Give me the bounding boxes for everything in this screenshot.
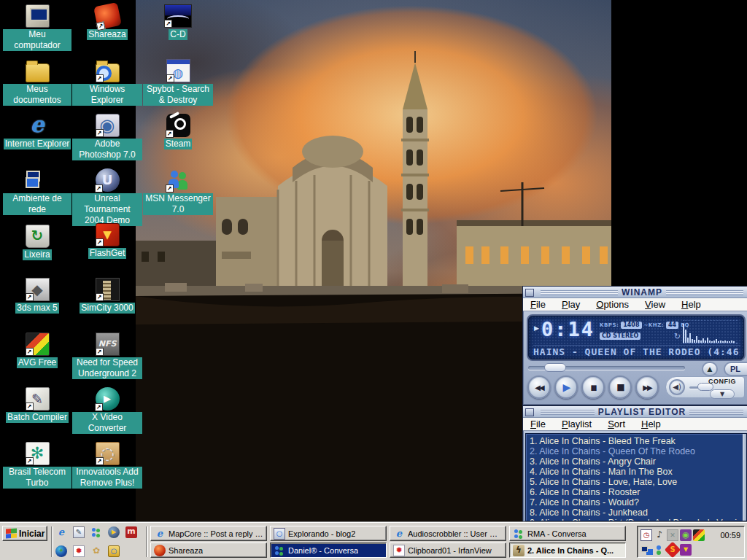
stop-button[interactable]: ■ (608, 376, 632, 399)
desktop-icon[interactable]: ↗ Innovatools Add Remove Plus! (71, 442, 143, 497)
taskbar-task-button[interactable]: Daniel® - Conversa (270, 542, 387, 558)
quicklaunch-button[interactable] (55, 545, 67, 557)
spectrum-visualizer[interactable] (683, 320, 738, 343)
desktop-icon[interactable]: ↗ Lixeira (3, 223, 71, 278)
previous-button[interactable]: ◀◀ (527, 376, 551, 399)
quicklaunch-button[interactable] (108, 545, 120, 557)
playlist-item[interactable]: 9. Alice In Chains - Dirt (Drunk And Dis… (530, 518, 740, 521)
pause-button[interactable]: ▮▮ (581, 376, 605, 399)
desktop-icon[interactable]: ↗ SimCity 3000 (71, 278, 143, 332)
desktop-icon[interactable]: ↗ AVG Free (3, 332, 71, 387)
desktop-icon[interactable]: ↗ 3ds max 5 (3, 278, 71, 332)
quicklaunch-button[interactable] (73, 545, 85, 557)
desktop-icon[interactable]: ↗ Spybot - Search & Destroy (143, 59, 213, 114)
tray-icon[interactable] (693, 529, 705, 541)
playlist-item[interactable]: 7. Alice In Chains - Would? (530, 497, 740, 508)
playlist-system-menu-icon[interactable] (525, 408, 534, 416)
taskbar-clock[interactable]: 00:59 (720, 529, 740, 541)
taskbar-task-button[interactable]: 2. Alice In Chains - Q... (509, 542, 626, 558)
taskbar-task-button[interactable]: MapCore :: Post a reply - ... (150, 526, 267, 541)
playlist-scrollbar[interactable] (743, 434, 746, 521)
desktop-icon[interactable]: ↗ Adobe Photoshop 7.0 (71, 114, 143, 168)
quicklaunch-button[interactable] (55, 526, 67, 538)
tray-icon[interactable] (640, 544, 652, 556)
quicklaunch-button[interactable] (73, 526, 85, 538)
desktop-icon[interactable]: ↗ C-D (143, 4, 213, 59)
playlist-item[interactable]: 5. Alice In Chains - Love, Hate, Love (530, 477, 740, 487)
playlist-item[interactable]: 2. Alice In Chains - Queen Of The Rodeo (530, 446, 740, 456)
desktop-icon[interactable]: ↗ Ambiente de rede (3, 168, 71, 223)
visualizer-bar (729, 341, 730, 343)
tray-icon[interactable] (667, 529, 678, 541)
visualizer-bar (698, 340, 700, 343)
tray-icon[interactable] (680, 544, 692, 556)
taskbar-task-button[interactable]: Audioscrobbler :: User Pref... (390, 526, 506, 541)
desktop-icon[interactable]: ↗ Meu computador (3, 4, 71, 59)
playlist-menu-item[interactable]: Sort (608, 419, 625, 430)
seek-bar[interactable] (528, 362, 685, 374)
playlist-item[interactable]: 4. Alice In Chains - Man In The Box (530, 467, 740, 477)
desktop-icon[interactable]: ↗ Meus documentos (3, 59, 71, 114)
config-dropdown-button[interactable]: ▼ (710, 389, 735, 399)
desktop-icon[interactable]: ↗ Steam (143, 114, 213, 168)
desktop-icon[interactable]: ↗ Shareaza (71, 4, 143, 59)
desktop-icon-label: Unreal Tournament 2004 Demo (72, 193, 142, 226)
playlist-menu-item[interactable]: Help (641, 419, 661, 430)
playlist-menu-item[interactable]: Playlist (562, 419, 592, 430)
winamp-titlebar[interactable]: WINAMP (523, 287, 747, 298)
eject-button[interactable]: ▲ (702, 362, 718, 376)
winamp-system-menu-icon[interactable] (525, 289, 534, 297)
playlist-item[interactable]: 3. Alice In Chains - Angry Chair (530, 456, 740, 467)
quicklaunch-button[interactable] (108, 526, 120, 538)
playlist-item[interactable]: 1. Alice In Chains - Bleed The Freak (530, 436, 740, 446)
volume-slider[interactable] (689, 383, 700, 392)
winamp-menu-item[interactable]: Play (562, 299, 580, 311)
tray-icon[interactable] (654, 529, 665, 541)
winamp-time-display[interactable]: 0:14 (541, 317, 595, 342)
speaker-icon[interactable]: ◀) (669, 379, 685, 395)
winamp-menu-item[interactable]: File (530, 299, 546, 311)
desktop-icon[interactable]: ↗ Internet Explorer (3, 114, 71, 168)
playlist-menu-item[interactable]: File (530, 419, 546, 430)
playlist-item[interactable]: 8. Alice In Chains - Junkhead (530, 508, 740, 518)
taskbar-task-button[interactable]: Clipboard01 - IrfanView (390, 542, 506, 558)
desktop-icon[interactable]: ↗ MSN Messenger 7.0 (143, 168, 213, 223)
tray-icon[interactable] (680, 529, 692, 541)
winamp-menu-item[interactable]: View (645, 299, 665, 311)
taskbar-divider (51, 526, 53, 557)
playlist-item[interactable]: 6. Alice In Chains - Rooster (530, 487, 740, 497)
winamp-menu-item[interactable]: Options (596, 299, 629, 311)
winamp-menu-item[interactable]: Help (681, 299, 701, 311)
playlist-toggle-button[interactable]: PL (724, 362, 747, 376)
repeat-icon[interactable]: ↻ (674, 332, 681, 341)
desktop-icon[interactable]: ↗ Need for Speed Underground 2 (71, 332, 143, 387)
tray-icon[interactable] (654, 544, 665, 556)
desktop-icon-image: ↗ (96, 387, 120, 411)
taskbar-task-button[interactable]: Shareaza (150, 542, 267, 558)
desktop-icon[interactable]: ↗ Batch Compiler (3, 387, 71, 442)
desktop-icon[interactable]: ↗ Brasil Telecom Turbo (3, 442, 71, 497)
taskbar-divider (146, 526, 148, 557)
tray-icon[interactable] (665, 542, 681, 559)
visualizer-bar (707, 338, 708, 343)
seek-handle[interactable] (544, 363, 566, 372)
task-button-label: Daniel® - Conversa (288, 544, 358, 557)
desktop-icon[interactable]: ↗ FlashGet (71, 223, 143, 278)
shortcut-arrow-icon: ↗ (26, 293, 34, 301)
next-button[interactable]: ▶▶ (635, 376, 659, 399)
tray-icon[interactable] (640, 529, 652, 541)
start-button[interactable]: Iniciar (2, 526, 47, 541)
track-title-marquee[interactable]: HAINS - QUEEN OF THE RODEO (4:46 (533, 345, 740, 357)
desktop-icon[interactable]: ↗ X Video Converter (71, 387, 143, 442)
quicklaunch-button[interactable] (90, 545, 102, 557)
desktop-icon[interactable]: ↗ Windows Explorer (71, 59, 143, 114)
taskbar-task-button[interactable]: RMA - Conversa (509, 526, 626, 541)
quicklaunch-button[interactable] (90, 526, 102, 538)
desktop-icon[interactable]: ↗ Unreal Tournament 2004 Demo (71, 168, 143, 223)
quicklaunch-button[interactable] (125, 526, 137, 538)
quicklaunch-icon (108, 545, 120, 557)
desktop-icon-label: Adobe Photoshop 7.0 (72, 139, 142, 160)
play-button[interactable]: ▶ (554, 376, 578, 399)
playlist-titlebar[interactable]: PLAYLIST EDITOR (523, 406, 747, 418)
taskbar-task-button[interactable]: Explorando - blog2 (270, 526, 387, 541)
